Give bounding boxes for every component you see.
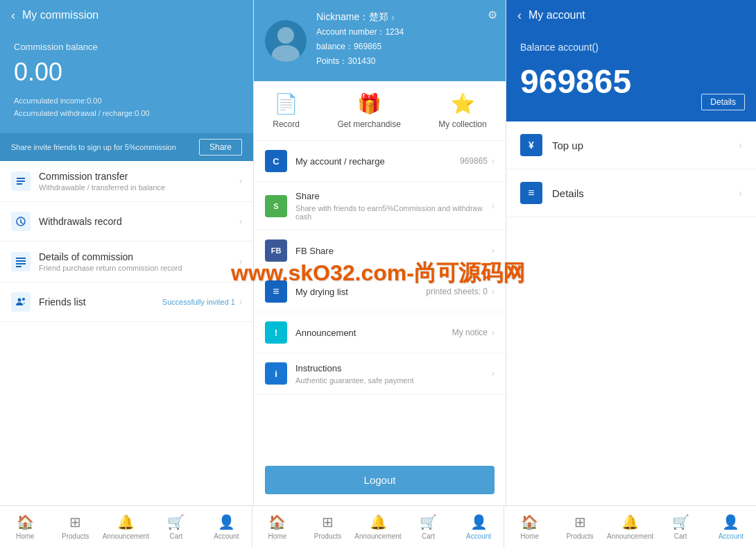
nav-account-1[interactable]: 👤 Account <box>201 506 252 547</box>
instructions-content: Instructions Authentic guarantee, safe p… <box>295 363 488 385</box>
account-recharge-title: My account / recharge <box>295 156 385 167</box>
details-subtitle: Friend purchase return commission record <box>39 264 235 272</box>
friends-content: Friends list <box>39 296 162 308</box>
nav-announcement-2[interactable]: 🔔 Announcement <box>353 506 404 547</box>
commission-transfer-subtitle: Withdrawable / transferred in balance <box>39 183 235 192</box>
quick-action-collection[interactable]: ⭐ My collection <box>438 92 486 129</box>
drying-list-content: My drying list <box>295 287 426 297</box>
cart-label: Cart <box>422 532 435 540</box>
svg-rect-6 <box>16 263 26 264</box>
chevron-right-icon: › <box>239 257 242 267</box>
home-label: Home <box>520 532 539 540</box>
details-title: Details of commission <box>39 251 235 262</box>
logout-button[interactable]: Logout <box>265 466 495 494</box>
nav-home-2[interactable]: 🏠 Home <box>252 506 303 547</box>
list-item[interactable]: ≡ Details › <box>506 169 756 217</box>
nav-cart-1[interactable]: 🛒 Cart <box>151 506 202 547</box>
commission-sub-info: Accumulated income:0.00 Accumulated with… <box>14 95 239 119</box>
home-icon: 🏠 <box>521 514 538 530</box>
announcement-icon: 🔔 <box>621 514 639 530</box>
accumulated-withdrawal: Accumulated withdrawal / recharge:0.00 <box>14 108 239 120</box>
account-recharge-right: 969865 <box>460 156 488 166</box>
nav-cart-3[interactable]: 🛒 Cart <box>655 506 706 547</box>
svg-rect-7 <box>16 266 22 267</box>
gear-icon[interactable]: ⚙ <box>488 8 497 22</box>
products-label: Products <box>62 532 89 540</box>
account-icon: 👤 <box>218 514 235 530</box>
commission-transfer-icon <box>11 171 31 191</box>
withdrawals-content: Withdrawals record <box>39 216 235 227</box>
commission-balance-section: Commission balance 0.00 Accumulated inco… <box>0 31 253 133</box>
list-item[interactable]: Details of commission Friend purchase re… <box>0 242 253 283</box>
share-title: Share <box>295 191 320 201</box>
products-icon: ⊞ <box>574 514 586 530</box>
nav-account-3[interactable]: 👤 Account <box>705 506 756 547</box>
quick-actions: 📄 Record 🎁 Get merchandise ⭐ My collecti… <box>254 81 506 141</box>
profile-nickname: Nickname：楚郑 › <box>316 11 495 24</box>
nav-home-3[interactable]: 🏠 Home <box>504 506 555 547</box>
nav-cart-2[interactable]: 🛒 Cart <box>403 506 454 547</box>
details-button[interactable]: Details <box>701 94 745 110</box>
account-back-icon[interactable]: ‹ <box>517 8 522 23</box>
balance-account-label: Balance account() <box>520 42 742 53</box>
announcement-icon: 🔔 <box>117 514 135 530</box>
topup-title: Top up <box>552 140 739 151</box>
profile-points: Points：301430 <box>316 56 495 67</box>
nav-announcement-3[interactable]: 🔔 Announcement <box>605 506 655 547</box>
nav-home-1[interactable]: 🏠 Home <box>0 506 51 547</box>
share-icon: S <box>265 195 287 217</box>
list-item[interactable]: i Instructions Authentic guarantee, safe… <box>254 353 506 394</box>
share-button[interactable]: Share <box>199 139 242 155</box>
commission-header: ‹ My commission <box>0 0 253 31</box>
svg-point-10 <box>277 27 294 44</box>
nav-account-2[interactable]: 👤 Account <box>454 506 504 547</box>
details-content: Details of commission Friend purchase re… <box>39 251 235 272</box>
avatar <box>265 20 307 62</box>
list-item[interactable]: ¥ Top up › <box>506 121 756 169</box>
commission-menu: Commission transfer Withdrawable / trans… <box>0 161 253 505</box>
nav-section-2: 🏠 Home ⊞ Products 🔔 Announcement 🛒 Cart … <box>252 506 504 547</box>
list-item[interactable]: Commission transfer Withdrawable / trans… <box>0 161 253 202</box>
cart-icon: 🛒 <box>167 514 184 530</box>
nav-announcement-1[interactable]: 🔔 Announcement <box>101 506 151 547</box>
record-icon: 📄 <box>274 92 298 115</box>
quick-action-record[interactable]: 📄 Record <box>273 92 300 129</box>
instructions-title: Instructions <box>295 363 341 373</box>
list-item[interactable]: Friends list Successfully invited 1 › <box>0 283 253 322</box>
topup-icon: ¥ <box>520 134 542 156</box>
announcement-right: My notice <box>452 328 488 337</box>
chevron-right-icon: › <box>239 217 242 226</box>
list-item[interactable]: FB FB Share › <box>254 230 506 271</box>
withdrawals-icon <box>11 212 31 231</box>
drying-list-right: printed sheets: 0 <box>426 287 488 296</box>
withdrawals-title: Withdrawals record <box>39 216 235 227</box>
list-item[interactable]: S Share Share with friends to earn5%Comm… <box>254 182 506 230</box>
details-icon: ≡ <box>520 182 542 204</box>
list-item[interactable]: C My account / recharge 969865 › <box>254 141 506 182</box>
merchandise-label: Get merchandise <box>337 119 400 129</box>
nav-section-3: 🏠 Home ⊞ Products 🔔 Announcement 🛒 Cart … <box>504 506 756 547</box>
nav-products-3[interactable]: ⊞ Products <box>555 506 605 547</box>
account-recharge-content: My account / recharge <box>295 156 460 167</box>
commission-balance-label: Commission balance <box>14 42 239 52</box>
drying-list-title: My drying list <box>295 287 348 297</box>
accumulated-income: Accumulated income:0.00 <box>14 95 239 108</box>
nav-products-2[interactable]: ⊞ Products <box>302 506 353 547</box>
back-icon[interactable]: ‹ <box>11 8 15 23</box>
instructions-icon: i <box>265 362 287 385</box>
svg-point-9 <box>22 298 25 301</box>
friends-icon <box>11 292 31 312</box>
quick-action-merchandise[interactable]: 🎁 Get merchandise <box>337 92 400 129</box>
list-item[interactable]: Withdrawals record › <box>0 202 253 242</box>
nav-products-1[interactable]: ⊞ Products <box>51 506 101 547</box>
svg-rect-2 <box>17 183 22 185</box>
record-label: Record <box>273 119 300 129</box>
announcement-content: Announcement <box>295 328 452 338</box>
list-item[interactable]: ≡ My drying list printed sheets: 0 › <box>254 271 506 312</box>
svg-point-11 <box>272 45 300 62</box>
instructions-subtitle: Authentic guarantee, safe payment <box>295 376 414 385</box>
list-item[interactable]: ! Announcement My notice › <box>254 312 506 353</box>
friends-title: Friends list <box>39 296 162 308</box>
svg-rect-5 <box>16 260 26 262</box>
share-invite-text: Share invite friends to sign up for 5%co… <box>11 143 176 151</box>
